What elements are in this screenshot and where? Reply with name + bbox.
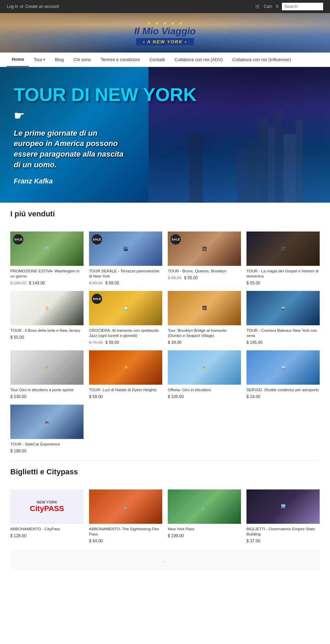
hero-title-part1: TOUR DI: [14, 84, 95, 105]
cart-icon: 🛒: [255, 4, 260, 9]
header-background: ★ ★ ★ ★ ★ Il Mio Viaggio • A NEW YORK •: [0, 13, 330, 53]
bottom-partial-text: ...: [163, 558, 167, 563]
nav-bar: Home Tour ▾ Blog Chi sono Termini e cond…: [0, 53, 330, 67]
create-account-link[interactable]: Create an account: [25, 4, 59, 9]
sale-badge-1: SALE: [13, 234, 23, 245]
product-card-9[interactable]: 🚁 Tour Giro in elicottero a porte aperte…: [10, 350, 84, 399]
product-card-1[interactable]: 🏛️ SALE PROMOZIONE ESTIVA- Washington in…: [10, 231, 84, 285]
logo-subtitle: • A NEW YORK •: [136, 38, 194, 45]
login-link[interactable]: Log in: [7, 4, 18, 9]
tour-chevron: ▾: [43, 58, 45, 61]
product-title-9: Tour Giro in elicottero a porte aperte: [10, 387, 84, 393]
product-price-1: $ 185.00 $ 149.00: [10, 281, 84, 285]
biglietti-title-3: New York Pass: [168, 527, 241, 532]
biglietti-img-placeholder-4: 🏙️: [246, 489, 320, 524]
product-image-6: 🌅 SALE: [89, 291, 162, 325]
old-price-1: $ 185.00: [10, 281, 26, 285]
bottom-partial: ...: [10, 550, 320, 571]
top-bar-left: Log in or Create an account: [7, 4, 59, 9]
product-card-4[interactable]: 🎵 TOUR - La magia del Gospel e Harlem di…: [246, 231, 320, 285]
biglietti-image-4: 🏙️: [246, 489, 320, 524]
product-card-7[interactable]: 🌉 Tour: Brooklyn Bridge al tramonto (Dum…: [168, 291, 241, 345]
product-card-5[interactable]: 🎂 TOUR - Il Boss delle torte e New Jerse…: [10, 291, 84, 345]
product-title-11: Offerta- Giro in elicottero: [168, 387, 241, 393]
new-price-2: $ 69.00: [105, 281, 119, 285]
product-img-placeholder-13: 🏍️: [10, 405, 84, 439]
top-bar-right: 🛒 Cart: 0: [255, 3, 323, 10]
biglietti-price-2: $ 64.00: [89, 539, 162, 543]
nav-item-home[interactable]: Home: [7, 53, 29, 67]
biglietti-title: Biglietti e Citypass: [10, 467, 320, 476]
product-title-4: TOUR - La magia del Gospel e Harlem di d…: [246, 269, 320, 279]
product-card-11[interactable]: 🚁 Offerta- Giro in elicottero $ 105.00: [168, 350, 241, 399]
biglietti-new-price-4: $ 37.00: [246, 539, 260, 543]
nav-item-tour[interactable]: Tour ▾: [29, 53, 50, 66]
new-price-3: $ 55.00: [184, 275, 198, 280]
biglietti-price-4: $ 37.00: [246, 539, 320, 543]
hero-banner: TOUR DI NEW YORK ☛ Le prime giornate di …: [0, 67, 330, 203]
biglietti-price-3: $ 199.00: [168, 533, 241, 538]
product-card-6[interactable]: 🌅 SALE CROCIERA- Al tramonto con spettac…: [89, 291, 162, 345]
product-image-7: 🌉: [168, 291, 241, 325]
product-img-placeholder-12: 🚐: [246, 350, 320, 385]
product-image-4: 🎵: [246, 231, 320, 266]
cart-count: 0: [276, 4, 278, 9]
product-price-8: $ 195.00: [246, 340, 320, 345]
biglietti-img-placeholder-2: 🗽: [89, 489, 162, 524]
nav-item-collabora-adv[interactable]: Collabora con noi (ADV): [170, 53, 228, 66]
product-price-12: $ 24.00: [246, 394, 320, 399]
biglietti-title-2: ABBONAMENTO- The Sightseeing Flex Pass: [89, 527, 162, 537]
nav-item-termini[interactable]: Termini e condizioni: [96, 53, 145, 66]
biglietti-title-4: BIGLIETTI - Osservatorio Empire State Bu…: [246, 527, 320, 537]
product-title-7: Tour: Brooklyn Bridge al tramonto (Dumbo…: [168, 328, 241, 338]
product-card-10[interactable]: ✨ TOUR- Luci di Natale di Dyker Heights …: [89, 350, 162, 399]
search-input[interactable]: [282, 3, 323, 10]
biglietti-img-placeholder-1: NEW YORK CityPASS: [10, 489, 84, 524]
hero-quote: Le prime giornate di un europeo in Ameri…: [14, 128, 124, 170]
product-image-5: 🎂: [10, 291, 84, 325]
biglietti-card-4[interactable]: 🏙️ BIGLIETTI - Osservatorio Empire State…: [246, 489, 320, 543]
product-card-13[interactable]: 🏍️ TOUR - SideCar Experience $ 189.00: [10, 405, 84, 453]
new-price-1: $ 149.00: [29, 281, 45, 285]
product-title-6: CROCIERA- Al tramonto con spettacolo Jaz…: [89, 328, 162, 338]
new-price-5: $ 55.00: [10, 335, 24, 340]
hero-title-part2: NEW YORK: [95, 84, 197, 105]
product-price-9: $ 230.00: [10, 394, 84, 399]
product-price-6: $ 75.00 $ 59.00: [89, 340, 162, 345]
new-price-8: $ 195.00: [246, 340, 263, 345]
product-card-3[interactable]: 🌉 SALE TOUR - Bronx, Queens, Brooklyn $ …: [168, 231, 241, 285]
biglietti-new-price-1: $ 128.00: [10, 533, 26, 538]
new-price-7: $ 39.00: [168, 340, 182, 345]
product-title-12: SERVIZI- Shuttle condiviso per aeroporto: [246, 387, 320, 393]
old-price-6: $ 75.00: [89, 340, 103, 345]
nav-item-blog[interactable]: Blog: [50, 53, 68, 66]
nav-item-chi-sono[interactable]: Chi sono: [68, 53, 96, 66]
hero-content: TOUR DI NEW YORK ☛ Le prime giornate di …: [0, 67, 330, 203]
top-bar-or: or: [20, 4, 24, 9]
site-header: ★ ★ ★ ★ ★ Il Mio Viaggio • A NEW YORK •: [0, 13, 330, 53]
biglietti-image-1: NEW YORK CityPASS: [10, 489, 84, 524]
new-price-10: $ 59.00: [89, 394, 103, 399]
biglietti-card-1[interactable]: NEW YORK CityPASS ABBONAMENTO - CityPass…: [10, 489, 84, 543]
bestsellers-section: I piú venduti: [0, 203, 330, 231]
logo: ★ ★ ★ ★ ★ Il Mio Viaggio • A NEW YORK •: [134, 20, 196, 45]
product-image-3: 🌉 SALE: [168, 231, 241, 266]
citypass-new-york-label: NEW YORK: [36, 500, 57, 504]
product-img-placeholder-4: 🎵: [246, 231, 320, 266]
product-image-9: 🚁: [10, 350, 84, 385]
product-card-12[interactable]: 🚐 SERVIZI- Shuttle condiviso per aeropor…: [246, 350, 320, 399]
product-img-placeholder-9: 🚁: [10, 350, 84, 385]
biglietti-grid: NEW YORK CityPASS ABBONAMENTO - CityPass…: [0, 489, 330, 550]
nav-item-contatti[interactable]: Contatti: [145, 53, 170, 66]
new-price-11: $ 105.00: [168, 394, 184, 399]
biglietti-card-3[interactable]: 🗽 New York Pass $ 199.00: [168, 489, 241, 543]
biglietti-price-1: $ 128.00: [10, 533, 84, 538]
product-card-8[interactable]: 🚢 TOUR - Crociera Bateaux New York con c…: [246, 291, 320, 345]
nav-item-collabora-influencer[interactable]: Collabora con noi (Influencer): [228, 53, 296, 66]
biglietti-image-2: 🗽: [89, 489, 162, 524]
product-price-3: $ 68.00 $ 55.00: [168, 275, 241, 280]
biglietti-section: Biglietti e Citypass: [0, 461, 330, 489]
biglietti-card-2[interactable]: 🗽 ABBONAMENTO- The Sightseeing Flex Pass…: [89, 489, 162, 543]
sale-badge-3: SALE: [170, 234, 181, 245]
product-card-2[interactable]: 🌃 SALE TOUR SERALE - Terrazze panoramich…: [89, 231, 162, 285]
